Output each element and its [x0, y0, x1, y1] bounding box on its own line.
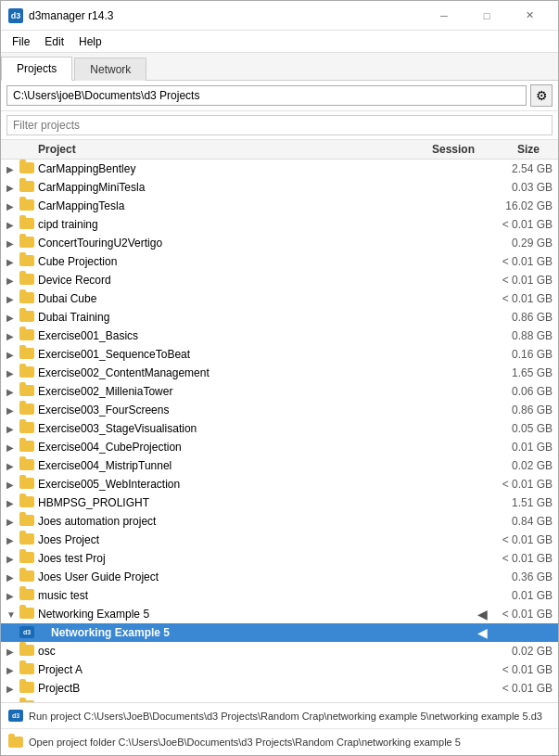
list-item[interactable]: ▶Exercise003_FourScreens0.86 GB	[1, 401, 558, 419]
filter-input[interactable]	[6, 115, 553, 135]
expand-arrow[interactable]: ▶	[6, 331, 19, 341]
menu-file[interactable]: File	[5, 33, 37, 50]
status-row-folder[interactable]: Open project folder C:\Users\JoeB\Docume…	[1, 729, 558, 755]
expand-arrow[interactable]: ▶	[6, 164, 19, 174]
list-item[interactable]: ▶Joes User Guide Project0.36 GB	[1, 568, 558, 586]
status-run-text: Run project C:\Users\JoeB\Documents\d3 P…	[29, 711, 542, 722]
expand-arrow[interactable]: ▶	[6, 684, 19, 694]
tab-network[interactable]: Network	[74, 58, 146, 81]
expand-arrow[interactable]: ▶	[6, 480, 19, 490]
folder-icon	[19, 218, 34, 229]
expand-arrow[interactable]: ▶	[6, 665, 19, 675]
expand-arrow[interactable]: ▶	[6, 498, 19, 508]
menu-help[interactable]: Help	[71, 33, 109, 50]
list-item[interactable]: ▶HBMPSG_PROLIGHT1.51 GB	[1, 493, 558, 512]
expand-arrow[interactable]: ▶	[6, 201, 19, 211]
project-size: 0.88 GB	[488, 329, 553, 342]
expand-arrow[interactable]: ▶	[6, 368, 19, 378]
list-item[interactable]: ▶Exercise004_MistripTunnel0.02 GB	[1, 456, 558, 475]
list-item[interactable]: ▶ProjectB< 0.01 GB	[1, 679, 558, 698]
folder-icon	[19, 515, 34, 526]
status-row-run[interactable]: d3 Run project C:\Users\JoeB\Documents\d…	[1, 703, 558, 729]
gear-button[interactable]: ⚙	[530, 84, 553, 107]
list-item[interactable]: d3Networking Example 5◀	[1, 623, 558, 642]
list-item[interactable]: ▶Exercise005_WebInteraction< 0.01 GB	[1, 475, 558, 493]
project-size: 0.02 GB	[488, 459, 553, 472]
list-item[interactable]: ▶CarMappingTesla16.02 GB	[1, 197, 558, 215]
list-item[interactable]: ▶Dubai Cube< 0.01 GB	[1, 289, 558, 308]
status-folder-icon	[8, 737, 23, 748]
list-item[interactable]: ▶Exercise003_StageVisualisation0.05 GB	[1, 419, 558, 438]
expand-arrow[interactable]: ▶	[6, 517, 19, 527]
project-name: Dubai Cube	[38, 292, 432, 305]
expand-arrow[interactable]: ▶	[6, 275, 19, 286]
list-item[interactable]: ▶Project A< 0.01 GB	[1, 660, 558, 679]
project-size: 0.06 GB	[488, 385, 553, 398]
expand-arrow[interactable]: ▶	[6, 424, 19, 434]
project-size: 0.16 GB	[488, 348, 553, 361]
list-item[interactable]: ▶CarMappingMiniTesla0.03 GB	[1, 178, 558, 197]
project-size: < 0.01 GB	[488, 682, 553, 695]
list-item[interactable]: ▶CarMappingBentley2.54 GB	[1, 160, 558, 178]
expand-arrow[interactable]: ▶	[6, 405, 19, 416]
list-item[interactable]: ▶Dubai Training0.86 GB	[1, 308, 558, 327]
list-item[interactable]: ▶Joes automation project0.84 GB	[1, 512, 558, 531]
project-size: 0.86 GB	[488, 311, 553, 324]
column-header-project: Project	[38, 143, 419, 156]
expand-arrow[interactable]: ▶	[6, 535, 19, 545]
folder-icon	[19, 311, 34, 322]
list-item[interactable]: ▶Exercise001_SequenceToBeat0.16 GB	[1, 345, 558, 364]
list-item[interactable]: ▶Joes test Proj< 0.01 GB	[1, 549, 558, 568]
tabs-bar: Projects Network	[1, 53, 558, 81]
list-item[interactable]: ▶Joes Project< 0.01 GB	[1, 531, 558, 549]
project-name: Exercise004_CubeProjection	[38, 441, 432, 454]
maximize-button[interactable]: □	[465, 1, 508, 31]
expand-arrow[interactable]: ▶	[6, 257, 19, 267]
list-item[interactable]: ▶cipd training< 0.01 GB	[1, 215, 558, 234]
project-size: < 0.01 GB	[488, 292, 553, 305]
expand-arrow[interactable]: ▶	[6, 591, 19, 601]
table-header: Project Session Size	[1, 140, 558, 160]
folder-icon	[19, 366, 34, 378]
expand-arrow[interactable]: ▶	[6, 442, 19, 453]
folder-icon	[19, 441, 34, 452]
list-item[interactable]: ▼Networking Example 5◀< 0.01 GB	[1, 605, 558, 623]
expand-arrow[interactable]: ▶	[6, 183, 19, 193]
project-name: HBMPSG_PROLIGHT	[38, 496, 432, 509]
expand-arrow[interactable]: ▶	[6, 238, 19, 249]
menu-edit[interactable]: Edit	[37, 33, 71, 50]
folder-icon	[19, 700, 34, 702]
expand-arrow[interactable]: ▶	[6, 647, 19, 657]
list-item[interactable]: ▶ConcertTouringU2Vertigo0.29 GB	[1, 234, 558, 252]
project-size: < 0.01 GB	[488, 478, 553, 491]
folder-icon	[19, 496, 34, 507]
expand-arrow[interactable]: ▶	[6, 294, 19, 304]
list-item[interactable]: ▶Exercise001_Basics0.88 GB	[1, 327, 558, 345]
list-item[interactable]: ▶Exercise002_MilleniaTower0.06 GB	[1, 382, 558, 401]
expand-arrow[interactable]: ▶	[6, 572, 19, 583]
expand-arrow[interactable]: ▶	[6, 387, 19, 397]
list-item[interactable]: ▶Device Record< 0.01 GB	[1, 271, 558, 289]
minimize-button[interactable]: ─	[423, 1, 465, 31]
path-input[interactable]	[6, 85, 527, 106]
list-item[interactable]: ▶Cube Projection< 0.01 GB	[1, 252, 558, 271]
project-size: 0.02 GB	[488, 645, 553, 658]
tab-projects[interactable]: Projects	[1, 57, 72, 81]
list-item[interactable]: ▶Exercise002_ContentManagement1.65 GB	[1, 364, 558, 382]
list-item[interactable]: ▶music test0.01 GB	[1, 586, 558, 605]
project-name: Exercise002_MilleniaTower	[38, 385, 432, 398]
project-session: ◀	[432, 607, 488, 621]
folder-icon	[19, 292, 34, 303]
expand-arrow[interactable]: ▶	[6, 461, 19, 471]
project-size: 0.05 GB	[488, 422, 553, 435]
expand-arrow[interactable]: ▶	[6, 313, 19, 323]
project-size: < 0.01 GB	[488, 608, 553, 621]
expand-arrow[interactable]: ▶	[6, 554, 19, 564]
expand-arrow[interactable]: ▶	[6, 350, 19, 360]
project-name: Exercise003_StageVisualisation	[38, 422, 432, 435]
list-item[interactable]: ▶Exercise004_CubeProjection0.01 GB	[1, 438, 558, 456]
close-button[interactable]: ✕	[508, 1, 551, 31]
expand-arrow[interactable]: ▼	[6, 609, 19, 620]
list-item[interactable]: ▶osc0.02 GB	[1, 642, 558, 660]
expand-arrow[interactable]: ▶	[6, 220, 19, 230]
